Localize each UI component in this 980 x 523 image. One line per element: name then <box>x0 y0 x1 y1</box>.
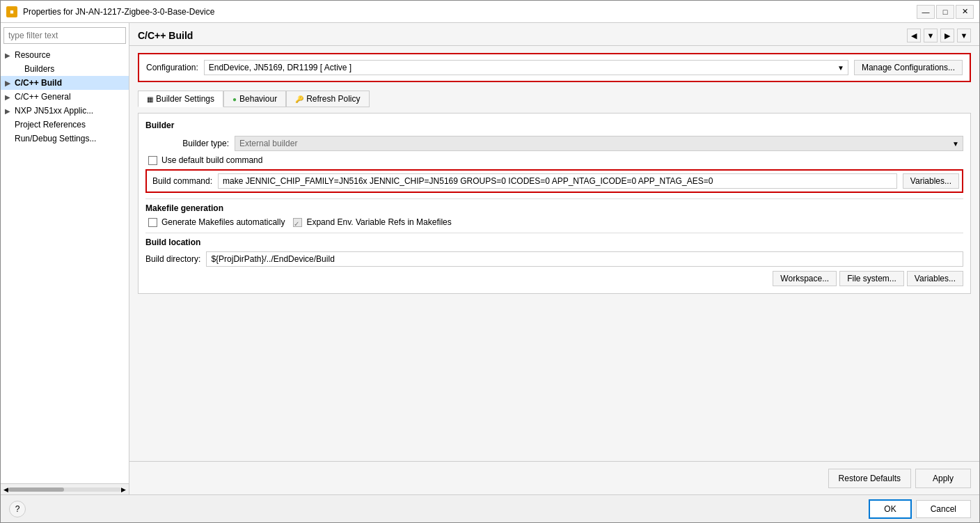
sidebar-tree: ▶ Resource Builders ▶ C/C++ Build ▶ C/C+… <box>1 48 129 483</box>
use-default-checkbox[interactable] <box>148 156 157 165</box>
build-directory-row: Build directory: <box>145 251 963 267</box>
tab-refresh-policy-label: Refresh Policy <box>306 94 360 104</box>
build-command-row: Build command: Variables... <box>145 169 963 193</box>
builder-type-select-wrapper: External builder ▼ <box>235 136 963 151</box>
scroll-thumb <box>8 487 64 492</box>
refresh-policy-icon: 🔑 <box>295 95 303 103</box>
window-title: Properties for JN-AN-1217-Zigbee-3-0-Bas… <box>23 7 911 17</box>
configuration-label: Configuration: <box>146 63 198 72</box>
build-command-input[interactable] <box>218 173 897 189</box>
generate-makefiles-row: Generate Makefiles automatically <box>145 217 285 227</box>
help-button[interactable]: ? <box>9 501 26 517</box>
build-directory-buttons: Workspace... File system... Variables... <box>145 271 963 286</box>
content-body: Configuration: EndDevice, JN5169, DR1199… <box>129 46 979 461</box>
sidebar-item-resource[interactable]: ▶ Resource <box>1 48 129 62</box>
workspace-button[interactable]: Workspace... <box>773 271 837 286</box>
scroll-track <box>8 487 121 492</box>
properties-dialog: ■ Properties for JN-AN-1217-Zigbee-3-0-B… <box>0 0 980 523</box>
filesystem-button[interactable]: File system... <box>839 271 904 286</box>
nav-back-button[interactable]: ◀ <box>907 29 921 42</box>
build-command-variables-button[interactable]: Variables... <box>903 173 959 189</box>
makefile-section: Makefile generation Generate Makefiles a… <box>145 198 963 227</box>
builder-type-label: Builder type: <box>145 139 229 148</box>
apply-button[interactable]: Apply <box>915 469 971 488</box>
restore-defaults-button[interactable]: Restore Defaults <box>828 469 911 488</box>
content-header: C/C++ Build ◀ ▼ ▶ ▼ <box>129 23 979 46</box>
behaviour-icon: ● <box>232 95 237 103</box>
filter-input[interactable] <box>3 27 126 44</box>
content-title: C/C++ Build <box>138 30 193 41</box>
configuration-select-wrapper: EndDevice, JN5169, DR1199 [ Active ] ▼ <box>204 60 848 75</box>
nav-forward-button[interactable]: ▶ <box>940 29 954 42</box>
sidebar-item-builders[interactable]: Builders <box>1 62 129 76</box>
tab-behaviour-label: Behaviour <box>239 94 277 104</box>
nav-dropdown-button[interactable]: ▼ <box>924 29 938 42</box>
sidebar-item-cpp-general[interactable]: ▶ C/C++ General <box>1 90 129 104</box>
main-area: ▶ Resource Builders ▶ C/C++ Build ▶ C/C+… <box>1 23 979 494</box>
tab-behaviour[interactable]: ● Behaviour <box>223 91 286 107</box>
sidebar-item-nxp[interactable]: ▶ NXP JN51xx Applic... <box>1 104 129 118</box>
expand-arrow: ▶ <box>5 107 15 115</box>
dialog-bottom: ? OK Cancel <box>1 494 979 522</box>
sidebar: ▶ Resource Builders ▶ C/C++ Build ▶ C/C+… <box>1 23 129 494</box>
expand-env-row: ✓ Expand Env. Variable Refs in Makefiles <box>293 217 451 227</box>
sidebar-scrollbar[interactable]: ◀ ▶ <box>1 483 129 494</box>
expand-arrow: ▶ <box>5 79 15 87</box>
build-command-label: Build command: <box>150 176 212 186</box>
window-controls: — □ ✕ <box>917 5 974 19</box>
content-panel: C/C++ Build ◀ ▼ ▶ ▼ Configuration: EndDe… <box>129 23 979 494</box>
makefile-row: Generate Makefiles automatically ✓ Expan… <box>145 217 963 227</box>
builder-type-row: Builder type: External builder ▼ <box>145 136 963 151</box>
scroll-right-icon[interactable]: ▶ <box>121 486 126 493</box>
use-default-row: Use default build command <box>145 155 963 165</box>
sidebar-item-cpp-build[interactable]: ▶ C/C++ Build <box>1 76 129 90</box>
configuration-select[interactable]: EndDevice, JN5169, DR1199 [ Active ] <box>204 60 848 75</box>
build-directory-label: Build directory: <box>145 254 200 264</box>
expand-arrow: ▶ <box>5 52 15 59</box>
sidebar-item-run-debug[interactable]: Run/Debug Settings... <box>1 132 129 146</box>
build-location-section: Build location Build directory: Workspac… <box>145 233 963 286</box>
use-default-label: Use default build command <box>161 155 262 165</box>
tabs-container: ▦ Builder Settings ● Behaviour 🔑 Refresh… <box>138 91 971 107</box>
tab-builder-settings-label: Builder Settings <box>156 94 214 104</box>
expand-arrow: ▶ <box>5 93 15 101</box>
title-bar: ■ Properties for JN-AN-1217-Zigbee-3-0-B… <box>1 1 979 23</box>
maximize-button[interactable]: □ <box>936 5 954 19</box>
configuration-row: Configuration: EndDevice, JN5169, DR1199… <box>138 53 971 82</box>
makefile-section-title: Makefile generation <box>145 198 963 213</box>
cancel-button[interactable]: Cancel <box>916 500 971 518</box>
generate-makefiles-label: Generate Makefiles automatically <box>161 217 285 227</box>
build-directory-input[interactable] <box>206 251 963 267</box>
ok-button[interactable]: OK <box>869 499 911 519</box>
bottom-bar: Restore Defaults Apply <box>129 461 979 494</box>
close-button[interactable]: ✕ <box>956 5 974 19</box>
builder-settings-icon: ▦ <box>147 95 153 103</box>
sidebar-item-project-references[interactable]: Project References <box>1 118 129 132</box>
tab-builder-settings[interactable]: ▦ Builder Settings <box>138 91 223 107</box>
header-nav: ◀ ▼ ▶ ▼ <box>907 29 971 42</box>
minimize-button[interactable]: — <box>917 5 935 19</box>
build-dir-variables-button[interactable]: Variables... <box>907 271 963 286</box>
builder-section: Builder Builder type: External builder ▼ <box>138 113 971 294</box>
expand-env-checkbox: ✓ <box>293 218 302 227</box>
nav-forward-dropdown-button[interactable]: ▼ <box>957 29 971 42</box>
bottom-buttons: Restore Defaults Apply <box>828 469 971 488</box>
tab-refresh-policy[interactable]: 🔑 Refresh Policy <box>286 91 369 107</box>
manage-configurations-button[interactable]: Manage Configurations... <box>854 60 963 75</box>
builder-type-select[interactable]: External builder <box>235 136 963 151</box>
builder-section-title: Builder <box>145 120 963 130</box>
generate-makefiles-checkbox[interactable] <box>148 218 157 227</box>
window-icon: ■ <box>6 6 17 17</box>
build-location-title: Build location <box>145 233 963 247</box>
expand-env-label: Expand Env. Variable Refs in Makefiles <box>306 217 451 227</box>
scroll-left-icon[interactable]: ◀ <box>3 486 8 493</box>
